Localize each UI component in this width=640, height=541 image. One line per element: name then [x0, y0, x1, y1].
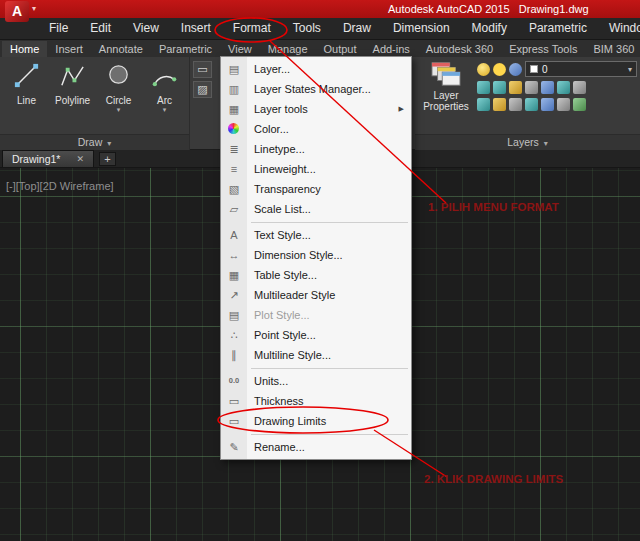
ribbon-tab-label: Parametric — [159, 43, 212, 55]
format-menu-item-table-style[interactable]: ▦ Table Style... — [221, 265, 411, 285]
ribbon-tab-insert[interactable]: Insert — [47, 41, 91, 57]
layer-tool-icon[interactable] — [573, 98, 586, 111]
line-tool-button[interactable]: Line — [5, 61, 48, 113]
ribbon-tab-add-ins[interactable]: Add-ins — [365, 41, 418, 57]
menu-separator — [251, 368, 408, 369]
draw-panel-label[interactable]: Draw — [0, 134, 189, 150]
ribbon-tab-annotate[interactable]: Annotate — [91, 41, 151, 57]
layer-tool-icon[interactable] — [509, 98, 522, 111]
layer-tool-icon[interactable] — [509, 81, 522, 94]
file-tab-label: Drawing1* — [12, 153, 60, 165]
format-menu-item-color[interactable]: ● Color... — [221, 119, 411, 139]
hatch-tool-icon[interactable] — [193, 81, 212, 98]
menu-item-icon: ▥ — [225, 79, 243, 99]
format-menu-item-text-style[interactable]: A Text Style... — [221, 225, 411, 245]
layer-tool-icon[interactable] — [541, 98, 554, 111]
ribbon-tab-home[interactable]: Home — [2, 41, 47, 57]
format-menu-item-multiline-style[interactable]: ∥ Multiline Style... — [221, 345, 411, 365]
ribbon-tab-label: Insert — [55, 43, 83, 55]
format-menu-item-multileader-style[interactable]: ↗ Multileader Style — [221, 285, 411, 305]
menu-item-label: Multiline Style... — [254, 349, 331, 361]
format-menu-item-linetype[interactable]: ≣ Linetype... — [221, 139, 411, 159]
ribbon-tab-express-tools[interactable]: Express Tools — [501, 41, 585, 57]
ribbon-tab-manage[interactable]: Manage — [260, 41, 316, 57]
format-menu-item-point-style[interactable]: ∴ Point Style... — [221, 325, 411, 345]
title-bar: Autodesk AutoCAD 2015 Drawing1.dwg — [0, 0, 640, 18]
polyline-icon — [58, 61, 87, 90]
format-menu-item-transparency[interactable]: ▧ Transparency — [221, 179, 411, 199]
ribbon-tab-bim-360[interactable]: BIM 360 — [585, 41, 640, 57]
menu-item-modify[interactable]: Modify — [461, 18, 518, 39]
chevron-down-icon[interactable]: ▾ — [32, 4, 36, 13]
menu-item-icon: ▧ — [225, 179, 243, 199]
arc-tool-button[interactable]: Arc ▾ — [143, 61, 186, 113]
menu-item-icon: ✎ — [225, 437, 243, 457]
new-tab-button[interactable]: + — [99, 152, 116, 166]
layer-tool-icon[interactable] — [541, 81, 554, 94]
menu-item-insert[interactable]: Insert — [170, 18, 222, 39]
menu-item-view[interactable]: View — [122, 18, 170, 39]
format-menu-item-layer-states-manager[interactable]: ▥ Layer States Manager... — [221, 79, 411, 99]
ribbon-tab-view[interactable]: View — [220, 41, 260, 57]
layers-panel-label[interactable]: Layers — [415, 134, 640, 150]
menu-item-parametric[interactable]: Parametric — [518, 18, 598, 39]
menu-item-draw[interactable]: Draw — [332, 18, 382, 39]
layer-tool-icon[interactable] — [557, 81, 570, 94]
menu-item-window[interactable]: Window — [598, 18, 640, 39]
current-layer-name: 0 — [542, 64, 548, 75]
layer-tool-icon[interactable] — [525, 81, 538, 94]
format-menu-item-layer-tools[interactable]: ▦ Layer tools — [221, 99, 411, 119]
tool-label: Arc — [157, 95, 172, 106]
menu-item-icon: ● — [228, 123, 239, 134]
ribbon-tab-parametric[interactable]: Parametric — [151, 41, 220, 57]
format-menu-item-lineweight[interactable]: ≡ Lineweight... — [221, 159, 411, 179]
menu-item-file[interactable]: File — [38, 18, 79, 39]
bulb-icon[interactable] — [477, 63, 490, 76]
circle-tool-button[interactable]: Circle ▾ — [97, 61, 140, 113]
menu-item-dimension[interactable]: Dimension — [382, 18, 461, 39]
ribbon-tab-output[interactable]: Output — [316, 41, 365, 57]
menu-item-format[interactable]: Format — [222, 18, 282, 39]
format-menu-item-thickness[interactable]: ▭ Thickness — [221, 391, 411, 411]
layer-controls: 0 — [477, 61, 637, 115]
menu-item-label: Window — [609, 21, 640, 35]
layer-tool-icon[interactable] — [477, 98, 490, 111]
format-menu-item-dimension-style[interactable]: ↔ Dimension Style... — [221, 245, 411, 265]
menu-item-tools[interactable]: Tools — [282, 18, 332, 39]
format-menu-item-scale-list[interactable]: ▱ Scale List... — [221, 199, 411, 219]
format-menu-item-units[interactable]: 0.0 Units... — [221, 371, 411, 391]
format-menu-item-drawing-limits[interactable]: ▭ Drawing Limits — [221, 411, 411, 431]
close-icon[interactable]: ✕ — [76, 154, 84, 164]
layer-combo[interactable]: 0 — [525, 61, 637, 77]
menu-item-label: Rename... — [254, 441, 305, 453]
menu-item-label: Scale List... — [254, 203, 311, 215]
layer-tool-icon[interactable] — [493, 98, 506, 111]
layer-tool-icon[interactable] — [477, 81, 490, 94]
chevron-down-icon: ▾ — [163, 106, 167, 113]
chevron-down-icon: ▾ — [117, 106, 121, 113]
freeze-icon[interactable] — [509, 63, 522, 76]
ribbon-tab-label: Home — [10, 43, 39, 55]
menu-item-label: View — [133, 21, 159, 35]
ribbon-tab-label: Express Tools — [509, 43, 577, 55]
polyline-tool-button[interactable]: Polyline — [51, 61, 94, 113]
layer-tool-icon[interactable] — [493, 81, 506, 94]
ribbon-tab-label: View — [228, 43, 252, 55]
menu-item-icon: ↗ — [225, 285, 243, 305]
menu-item-label: Layer tools — [254, 103, 308, 115]
rectangle-tool-icon[interactable] — [193, 61, 212, 78]
layer-properties-button[interactable]: Layer Properties — [418, 60, 474, 112]
menu-item-edit[interactable]: Edit — [79, 18, 122, 39]
layer-tool-icon[interactable] — [573, 81, 586, 94]
format-menu-item-layer[interactable]: ▤ Layer... — [221, 59, 411, 79]
window-title: Autodesk AutoCAD 2015 Drawing1.dwg — [388, 3, 589, 15]
format-menu-item-rename[interactable]: ✎ Rename... — [221, 437, 411, 457]
ribbon-tab-autodesk-360[interactable]: Autodesk 360 — [418, 41, 501, 57]
autocad-logo[interactable]: A — [5, 1, 29, 22]
sun-icon[interactable] — [493, 63, 506, 76]
viewport-controls[interactable]: [-][Top][2D Wireframe] — [6, 180, 114, 192]
file-tab-drawing1[interactable]: Drawing1* ✕ — [2, 150, 94, 167]
layer-tool-icon[interactable] — [557, 98, 570, 111]
layer-tool-icon[interactable] — [525, 98, 538, 111]
ribbon-tab-bar: Home Insert Annotate Parametric View Man… — [0, 40, 640, 57]
